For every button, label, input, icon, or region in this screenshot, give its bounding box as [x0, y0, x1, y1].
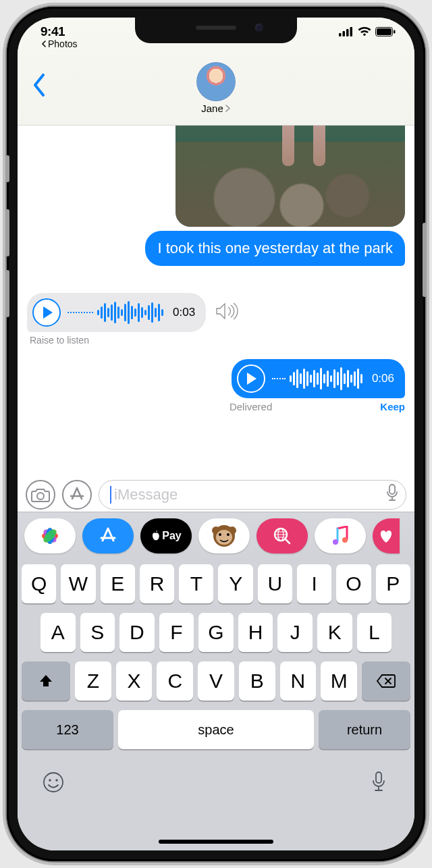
- key-t[interactable]: T: [179, 564, 213, 603]
- key-space[interactable]: space: [118, 710, 314, 749]
- sent-audio-bubble[interactable]: 0:06: [232, 359, 405, 398]
- delivery-row: Delivered Keep: [18, 401, 405, 412]
- caret-left-icon: [40, 40, 47, 47]
- key-o[interactable]: O: [336, 564, 371, 603]
- wifi-icon: [358, 27, 371, 36]
- key-e[interactable]: E: [101, 564, 135, 603]
- key-k[interactable]: K: [317, 613, 352, 652]
- key-z[interactable]: Z: [75, 661, 111, 701]
- play-button[interactable]: [237, 364, 265, 393]
- app-images-search[interactable]: [256, 518, 308, 553]
- svg-point-7: [37, 493, 44, 499]
- sent-text-bubble[interactable]: I took this one yesterday at the park: [145, 231, 405, 266]
- app-photos[interactable]: [24, 518, 76, 553]
- svg-rect-28: [376, 772, 381, 783]
- music-icon: [331, 526, 349, 546]
- front-camera: [255, 24, 263, 32]
- audio-duration: 0:03: [173, 306, 195, 319]
- key-y[interactable]: Y: [218, 564, 252, 603]
- back-button[interactable]: [24, 70, 54, 100]
- key-p[interactable]: P: [376, 564, 410, 603]
- shift-icon: [38, 673, 54, 689]
- contact-name-row: Jane: [201, 103, 231, 114]
- image-subject: [277, 126, 331, 166]
- key-j[interactable]: J: [277, 613, 313, 652]
- key-m[interactable]: M: [321, 661, 357, 701]
- sent-audio-row: 0:06: [232, 359, 405, 398]
- dictate-button[interactable]: [367, 771, 390, 796]
- svg-rect-6: [394, 30, 396, 34]
- audio-duration: 0:06: [372, 372, 394, 385]
- phone-frame: Jane 9:41 Photos: [7, 7, 425, 861]
- sent-image-message[interactable]: [176, 126, 405, 227]
- key-q[interactable]: Q: [22, 564, 56, 603]
- apps-button[interactable]: [62, 480, 92, 510]
- contact-block[interactable]: Jane: [18, 62, 414, 114]
- speaker-icon: [215, 302, 238, 321]
- key-x[interactable]: X: [116, 661, 153, 701]
- key-i[interactable]: I: [297, 564, 331, 603]
- app-music[interactable]: [315, 518, 366, 553]
- key-a[interactable]: A: [40, 613, 76, 652]
- keyboard-row-1: Q W E R T Y U I O P: [22, 564, 410, 603]
- received-audio-bubble[interactable]: 0:03: [27, 293, 206, 332]
- svg-rect-1: [343, 31, 346, 36]
- raise-to-listen-hint: Raise to listen: [30, 335, 89, 346]
- speaker-button[interactable]: [215, 302, 238, 323]
- svg-point-18: [216, 530, 232, 545]
- key-h[interactable]: H: [238, 613, 273, 652]
- key-d[interactable]: D: [119, 613, 155, 652]
- message-input[interactable]: iMessage: [99, 480, 406, 510]
- camera-button[interactable]: [26, 480, 55, 510]
- app-store-icon: [68, 486, 86, 504]
- svg-rect-5: [377, 28, 392, 35]
- key-numbers[interactable]: 123: [22, 710, 113, 749]
- svg-rect-8: [389, 485, 395, 494]
- keyboard-bottom-row: [22, 759, 410, 796]
- app-apple-pay[interactable]: Pay: [140, 518, 192, 553]
- conversation-body[interactable]: I took this one yesterday at the park 0:…: [18, 126, 414, 478]
- camera-icon: [31, 487, 50, 502]
- key-b[interactable]: B: [239, 661, 275, 701]
- cellular-icon: [339, 27, 354, 36]
- app-store[interactable]: [82, 518, 134, 553]
- back-to-app[interactable]: Photos: [40, 38, 78, 49]
- key-return[interactable]: return: [319, 710, 410, 749]
- key-v[interactable]: V: [198, 661, 234, 701]
- key-r[interactable]: R: [140, 564, 174, 603]
- heart-fingers-icon: [377, 528, 395, 544]
- key-c[interactable]: C: [157, 661, 193, 701]
- waveform-icon: [272, 367, 362, 390]
- key-backspace[interactable]: [362, 661, 410, 701]
- svg-point-19: [219, 533, 221, 536]
- status-time: 9:41: [40, 24, 65, 39]
- contact-name: Jane: [201, 103, 223, 114]
- photos-icon: [38, 524, 62, 548]
- received-audio-row: 0:03: [27, 293, 238, 332]
- key-shift[interactable]: [22, 661, 70, 701]
- key-n[interactable]: N: [280, 661, 317, 701]
- back-app-label: Photos: [48, 38, 78, 49]
- dictate-button[interactable]: [385, 483, 399, 506]
- app-drawer[interactable]: Pay: [18, 512, 414, 559]
- app-animoji[interactable]: [198, 518, 250, 553]
- keep-button[interactable]: Keep: [380, 401, 405, 412]
- message-placeholder: iMessage: [114, 486, 178, 504]
- keyboard: Q W E R T Y U I O P A S D F G H J K L: [18, 559, 414, 850]
- key-f[interactable]: F: [159, 613, 194, 652]
- svg-point-26: [49, 779, 51, 782]
- screen: Jane 9:41 Photos: [18, 18, 414, 850]
- svg-rect-3: [350, 27, 353, 36]
- home-indicator[interactable]: [159, 840, 273, 844]
- key-g[interactable]: G: [198, 613, 234, 652]
- microphone-icon: [385, 483, 399, 502]
- key-u[interactable]: U: [258, 564, 292, 603]
- key-w[interactable]: W: [61, 564, 95, 603]
- key-l[interactable]: L: [357, 613, 392, 652]
- search-globe-icon: [272, 526, 292, 546]
- app-digital-touch[interactable]: [373, 518, 400, 553]
- emoji-button[interactable]: [42, 771, 65, 796]
- key-s[interactable]: S: [80, 613, 115, 652]
- sent-text: I took this one yesterday at the park: [157, 240, 393, 256]
- play-button[interactable]: [32, 298, 61, 327]
